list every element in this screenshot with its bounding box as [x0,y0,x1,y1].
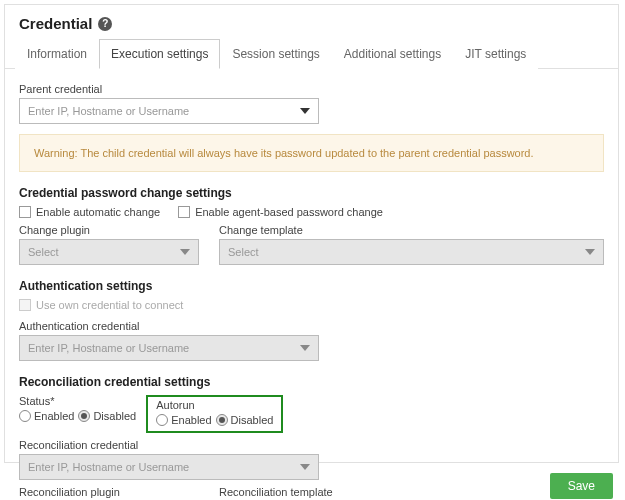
tab-execution-settings[interactable]: Execution settings [99,39,220,69]
auth-credential-select[interactable]: Enter IP, Hostname or Username [19,335,319,361]
recon-credential-label: Reconciliation credential [19,439,604,451]
autorun-enabled-label: Enabled [171,414,211,426]
recon-section-title: Reconciliation credential settings [19,375,604,389]
status-disabled-radio[interactable]: Disabled [78,410,136,422]
change-template-select[interactable]: Select [219,239,604,265]
radio-icon [156,414,168,426]
use-own-credential-checkbox[interactable]: Use own credential to connect [19,299,183,311]
warning-banner: Warning: The child credential will alway… [19,134,604,172]
tab-information[interactable]: Information [15,39,99,69]
password-section-title: Credential password change settings [19,186,604,200]
checkbox-icon [19,206,31,218]
change-template-label: Change template [219,224,604,236]
status-enabled-label: Enabled [34,410,74,422]
recon-template-label: Reconciliation template [219,486,604,498]
auth-credential-placeholder: Enter IP, Hostname or Username [28,342,189,354]
autorun-disabled-radio[interactable]: Disabled [216,414,274,426]
auth-credential-label: Authentication credential [19,320,604,332]
tab-session-settings[interactable]: Session settings [220,39,331,69]
recon-plugin-label: Reconciliation plugin [19,486,199,498]
auth-section-title: Authentication settings [19,279,604,293]
password-check-row: Enable automatic change Enable agent-bas… [19,206,604,218]
tab-jit-settings[interactable]: JIT settings [453,39,538,69]
tab-additional-settings[interactable]: Additional settings [332,39,453,69]
radio-icon [78,410,90,422]
parent-credential-placeholder: Enter IP, Hostname or Username [28,105,189,117]
panel-header: Credential ? [5,5,618,38]
recon-credential-select[interactable]: Enter IP, Hostname or Username [19,454,319,480]
page-title: Credential [19,15,92,32]
checkbox-icon [178,206,190,218]
radio-icon [19,410,31,422]
change-template-placeholder: Select [228,246,259,258]
content-area: Parent credential Enter IP, Hostname or … [5,69,618,500]
enable-auto-change-checkbox[interactable]: Enable automatic change [19,206,160,218]
status-block: Status* Enabled Disabled [19,395,136,422]
autorun-radio-group: Enabled Disabled [156,414,273,426]
change-plugin-label: Change plugin [19,224,199,236]
status-radio-group: Enabled Disabled [19,410,136,422]
change-plugin-placeholder: Select [28,246,59,258]
caret-down-icon [180,249,190,255]
parent-credential-label: Parent credential [19,83,604,95]
autorun-enabled-radio[interactable]: Enabled [156,414,211,426]
save-button[interactable]: Save [550,473,613,499]
parent-credential-select[interactable]: Enter IP, Hostname or Username [19,98,319,124]
caret-down-icon [300,345,310,351]
enable-agent-change-label: Enable agent-based password change [195,206,383,218]
recon-plugin-row: Reconciliation plugin Select Reconciliat… [19,480,604,500]
change-plugin-select[interactable]: Select [19,239,199,265]
change-plugin-row: Change plugin Select Change template Sel… [19,218,604,265]
credential-panel: Credential ? Information Execution setti… [4,4,619,463]
status-enabled-radio[interactable]: Enabled [19,410,74,422]
caret-down-icon [300,464,310,470]
caret-down-icon [300,108,310,114]
warning-text: Warning: The child credential will alway… [34,147,534,159]
autorun-disabled-label: Disabled [231,414,274,426]
autorun-label: Autorun [156,399,273,411]
enable-auto-change-label: Enable automatic change [36,206,160,218]
tab-bar: Information Execution settings Session s… [5,38,618,69]
status-label: Status* [19,395,136,407]
caret-down-icon [585,249,595,255]
use-own-credential-label: Use own credential to connect [36,299,183,311]
enable-agent-change-checkbox[interactable]: Enable agent-based password change [178,206,383,218]
help-icon[interactable]: ? [98,17,112,31]
radio-icon [216,414,228,426]
status-disabled-label: Disabled [93,410,136,422]
recon-credential-placeholder: Enter IP, Hostname or Username [28,461,189,473]
status-autorun-row: Status* Enabled Disabled Autorun [19,395,604,433]
autorun-block: Autorun Enabled Disabled [146,395,283,433]
checkbox-icon [19,299,31,311]
